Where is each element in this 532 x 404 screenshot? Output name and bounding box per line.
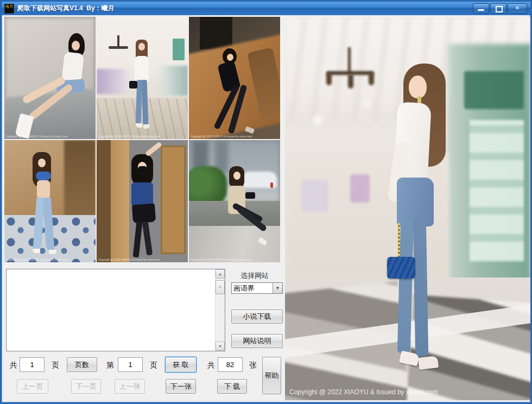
prev-page-button[interactable]: 上一页 (17, 379, 48, 394)
photo-thumbnail-5[interactable]: Copyright @ 2022 XIAOYU & Issued by xiur… (97, 140, 188, 262)
chevron-down-icon[interactable]: ▼ (273, 283, 282, 293)
figure-torso (37, 180, 50, 199)
current-page-prefix-label: 第 (106, 361, 114, 370)
total-images-suffix-label: 张 (249, 361, 257, 370)
grip-icon: ≡ (219, 285, 221, 289)
download-button[interactable]: 下 载 (217, 379, 247, 394)
minimize-button[interactable] (473, 3, 489, 14)
thumb-watermark: Copyright @ 2022 XIAOYU & Issued by xiur… (6, 135, 68, 138)
figure-blue-bag (387, 257, 415, 279)
results-listbox[interactable]: ▲ ≡ ▼ (6, 269, 225, 351)
chandelier-stem (117, 35, 119, 47)
novel-download-button[interactable]: 小说下载 (231, 310, 283, 324)
results-list (8, 270, 215, 350)
bg-lamp (200, 17, 232, 49)
figure-heel (33, 249, 40, 253)
thumb-watermark: Copyright @ 2022 XIAOYU & Issued by xiur… (98, 135, 160, 138)
bg-taillight (270, 182, 273, 188)
photo-thumbnail-4[interactable]: Copyright @ 2022 XIAOYU & Issued by xiur… (4, 140, 96, 262)
bg-storefront-right (158, 66, 188, 96)
bg-sign (173, 39, 185, 60)
bg-storefront-left (97, 69, 129, 94)
window-title: 爬取下载网站写真V1.4 By：曦月 (17, 4, 115, 13)
chandelier-drop (326, 73, 332, 85)
minimize-icon (478, 9, 484, 11)
photo-thumbnail-2[interactable]: Copyright @ 2022 XIAOYU & Issued by xiur… (97, 17, 188, 139)
next-image-button[interactable]: 下一张 (166, 379, 196, 394)
figure-face (138, 43, 145, 50)
figure-handbag (129, 81, 137, 89)
figure-top (135, 56, 149, 82)
chandelier-arms (109, 46, 128, 49)
thumb-watermark: Copyright @ 2022 XIAOYU & Issued by xiur… (98, 258, 160, 261)
thumb-watermark: Copyright @ 2022 XIAOYU & Issued by xiur… (6, 258, 68, 261)
photo-thumbnail-3[interactable]: Copyright @ 2022 XIAOYU & Issued by xiur… (189, 17, 280, 139)
page-count-button[interactable]: 页数 (67, 357, 97, 372)
figure-bag-chain (398, 223, 400, 260)
prev-image-button[interactable]: 上一张 (115, 379, 145, 394)
total-images-input[interactable]: 82 (218, 357, 243, 372)
scroll-down-button[interactable]: ▼ (216, 342, 225, 351)
fetch-button[interactable]: 获 取 (165, 357, 197, 373)
close-icon: ✕ (515, 5, 520, 11)
site-selected-value: 画语界 (232, 283, 273, 293)
arrow-down-icon: ▼ (218, 344, 222, 348)
scrollbar-thumb[interactable]: ≡ (216, 280, 225, 294)
app-icon: 曦月 (4, 4, 14, 14)
thumb-watermark: Copyright @ 2022 XIAOYU & Issued by xiur… (191, 135, 252, 138)
current-page-suffix-label: 页 (150, 361, 157, 370)
maximize-button[interactable] (490, 3, 506, 14)
figure-skirt (132, 204, 156, 224)
total-pages-suffix-label: 页 (52, 361, 59, 370)
figure-clutch (245, 192, 255, 199)
bg-lit-shelves (470, 120, 524, 261)
scrollbar[interactable]: ▲ ≡ ▼ (215, 269, 225, 351)
bg-pillar (111, 140, 129, 262)
select-site-label: 选择网站 (240, 271, 269, 281)
thumb-watermark: Copyright @ 2022 XIAOYU & Issued by xiur… (191, 258, 252, 261)
site-info-button[interactable]: 网站说明 (231, 334, 283, 348)
chandelier-stem (348, 47, 351, 73)
scroll-up-button[interactable]: ▲ (216, 269, 225, 279)
photo-preview: Copyright @ 2022 XIAOYU & Issued by xiur… (285, 17, 531, 400)
bg-purple-banner (350, 174, 370, 203)
site-select-dropdown[interactable]: 画语界 ▼ (231, 282, 283, 294)
chandelier-drop (348, 74, 353, 89)
figure-bra (36, 172, 51, 180)
figure-navy-shirt (131, 182, 153, 206)
close-button[interactable]: ✕ (508, 3, 527, 14)
maximize-icon (496, 6, 503, 12)
figure-face (72, 41, 80, 50)
help-button[interactable]: 帮助 (262, 357, 281, 394)
figure-heel (136, 123, 142, 128)
bg-door (161, 146, 186, 254)
figure-face (38, 159, 46, 167)
photo-thumbnail-6[interactable]: Copyright @ 2022 XIAOYU & Issued by xiur… (189, 140, 280, 262)
arrow-up-icon: ▲ (218, 272, 222, 276)
window-controls: ✕ (473, 3, 530, 14)
current-page-input[interactable]: 1 (118, 357, 143, 372)
figure-face (409, 75, 427, 98)
ground (189, 226, 280, 262)
figure-face (227, 54, 233, 61)
bg-kiosk (301, 180, 328, 212)
total-images-prefix-label: 共 (207, 361, 215, 370)
chandelier-drop (369, 73, 374, 85)
next-page-button[interactable]: 下一页 (71, 379, 101, 394)
figure-jeans-leg (413, 218, 428, 356)
bg-green-sign (464, 71, 524, 109)
figure-heel (418, 356, 439, 370)
bg-corner (97, 140, 111, 262)
title-bar[interactable]: 曦月 爬取下载网站写真V1.4 By：曦月 ✕ (2, 2, 530, 15)
bg-wall-dark (64, 140, 96, 222)
preview-watermark: Copyright @ 2022 XIAOYU & Issued by xiur… (289, 388, 438, 396)
figure-mask (138, 166, 147, 172)
total-pages-prefix-label: 共 (10, 361, 17, 370)
figure-face (233, 172, 240, 180)
app-window: 曦月 爬取下载网站写真V1.4 By：曦月 ✕ Copyright @ 2022… (0, 0, 532, 404)
photo-thumbnail-1[interactable]: Copyright @ 2022 XIAOYU & Issued by xiur… (4, 17, 96, 139)
total-pages-input[interactable]: 1 (20, 357, 45, 372)
